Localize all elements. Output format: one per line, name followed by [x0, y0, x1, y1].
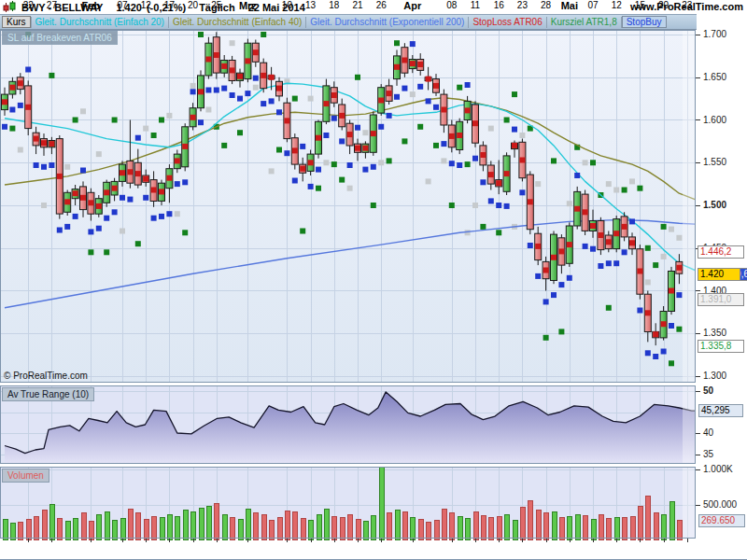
atr-indicator-tab[interactable]: Av True Range (10) — [2, 387, 94, 401]
volume-indicator-tab[interactable]: Volumen — [2, 469, 49, 483]
prorealtime-window: BWY - BELLWAY 1.420 (-0,21%) Täglich 22 … — [0, 0, 747, 560]
chart-svg — [0, 0, 747, 560]
copyright-label: © ProRealTime.com — [4, 371, 88, 381]
future-margin — [683, 30, 696, 539]
sl-breakeven-tab[interactable]: SL auf Breakeven ATR06 — [2, 31, 118, 45]
